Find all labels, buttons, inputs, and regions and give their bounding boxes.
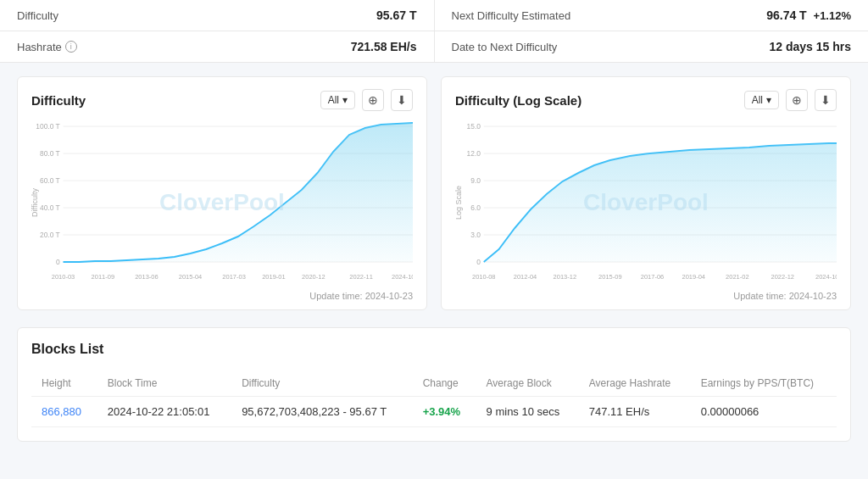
svg-text:6.0: 6.0: [470, 203, 481, 212]
blocks-list-title: Blocks List: [31, 342, 837, 357]
svg-text:9.0: 9.0: [470, 176, 481, 185]
svg-text:80.0 T: 80.0 T: [40, 149, 60, 158]
blocks-section: Blocks List Height Block Time Difficulty…: [17, 327, 851, 442]
log-scale-chart-title: Difficulty (Log Scale): [455, 93, 581, 108]
main-content: Difficulty All ▾ ⊕ ⬇ CloverPool: [0, 63, 868, 455]
cell-avg-hashrate: 747.11 EH/s: [579, 397, 691, 427]
difficulty-chart-card: Difficulty All ▾ ⊕ ⬇ CloverPool: [17, 76, 427, 310]
cell-avg-block: 9 mins 10 secs: [476, 397, 579, 427]
col-difficulty: Difficulty: [231, 370, 413, 397]
next-difficulty-date-label: Date to Next Difficulty: [452, 41, 558, 53]
difficulty-label: Difficulty: [17, 9, 58, 22]
next-difficulty-label: Next Difficulty Estimated: [452, 9, 571, 22]
svg-text:2017-03: 2017-03: [222, 273, 246, 281]
next-difficulty-value: 96.74 T +1.12%: [766, 8, 851, 22]
col-avg-hashrate: Average Hashrate: [579, 370, 691, 397]
col-earnings: Earnings by PPS/T(BTC): [691, 370, 837, 397]
cell-change: +3.94%: [413, 397, 476, 427]
difficulty-chart-area: CloverPool 100.: [31, 118, 413, 287]
svg-text:2020-12: 2020-12: [302, 273, 326, 281]
svg-text:40.0 T: 40.0 T: [40, 203, 60, 212]
svg-text:2022-12: 2022-12: [771, 273, 794, 281]
difficulty-download-btn[interactable]: ⬇: [391, 89, 413, 111]
next-difficulty-stat: Next Difficulty Estimated 96.74 T +1.12%: [435, 0, 869, 31]
stats-row-2: Hashrate i 721.58 EH/s Date to Next Diff…: [0, 31, 868, 63]
svg-text:Log Scale: Log Scale: [455, 186, 463, 220]
svg-text:2021-02: 2021-02: [726, 273, 749, 281]
cell-earnings: 0.00000066: [691, 397, 837, 427]
svg-text:20.0 T: 20.0 T: [40, 231, 60, 239]
table-row: 866,880 2024-10-22 21:05:01 95,672,703,4…: [31, 397, 837, 427]
difficulty-zoom-btn[interactable]: ⊕: [362, 89, 384, 111]
log-chevron-down-icon: ▾: [766, 94, 771, 106]
cell-difficulty: 95,672,703,408,223 - 95.67 T: [231, 397, 413, 427]
col-change: Change: [413, 370, 476, 397]
top-stats-container: Difficulty 95.67 T Next Difficulty Estim…: [0, 0, 868, 63]
difficulty-update-time: Update time: 2024-10-23: [31, 291, 413, 301]
blocks-table-body: 866,880 2024-10-22 21:05:01 95,672,703,4…: [31, 397, 837, 427]
svg-text:0: 0: [476, 258, 481, 266]
cell-block-time: 2024-10-22 21:05:01: [97, 397, 231, 427]
hashrate-info-icon[interactable]: i: [65, 41, 77, 53]
col-height: Height: [31, 370, 97, 397]
blocks-table: Height Block Time Difficulty Change Aver…: [31, 370, 837, 427]
svg-text:2015-09: 2015-09: [598, 273, 622, 281]
stats-row-1: Difficulty 95.67 T Next Difficulty Estim…: [0, 0, 868, 31]
svg-text:2013-12: 2013-12: [554, 273, 577, 281]
difficulty-chart-title: Difficulty: [31, 93, 86, 108]
log-scale-chart-area: CloverPool 15.0: [455, 118, 837, 287]
svg-text:2019-01: 2019-01: [262, 273, 286, 281]
svg-text:2010-08: 2010-08: [472, 273, 496, 281]
svg-text:3.0: 3.0: [470, 231, 481, 239]
difficulty-period-select[interactable]: All ▾: [320, 91, 355, 109]
svg-text:60.0 T: 60.0 T: [40, 176, 60, 185]
difficulty-chart-header: Difficulty All ▾ ⊕ ⬇: [31, 89, 413, 111]
svg-text:2024-10: 2024-10: [392, 273, 413, 281]
svg-text:100.0 T: 100.0 T: [36, 122, 60, 131]
log-download-btn[interactable]: ⬇: [815, 89, 837, 111]
log-period-select[interactable]: All ▾: [744, 91, 779, 109]
svg-text:15.0: 15.0: [467, 122, 481, 131]
svg-text:2015-04: 2015-04: [179, 273, 203, 281]
difficulty-chart-controls: All ▾ ⊕ ⬇: [320, 89, 413, 111]
hashrate-stat: Hashrate i 721.58 EH/s: [0, 31, 435, 62]
log-scale-chart-header: Difficulty (Log Scale) All ▾ ⊕ ⬇: [455, 89, 837, 111]
svg-text:2011-09: 2011-09: [92, 273, 115, 281]
svg-text:2024-10: 2024-10: [815, 273, 837, 281]
difficulty-stat: Difficulty 95.67 T: [0, 0, 435, 31]
hashrate-value: 721.58 EH/s: [351, 40, 417, 53]
svg-text:2012-04: 2012-04: [514, 273, 537, 281]
log-zoom-btn[interactable]: ⊕: [786, 89, 808, 111]
svg-text:Difficulty: Difficulty: [31, 187, 39, 216]
svg-text:12.0: 12.0: [467, 149, 481, 158]
svg-text:2017-06: 2017-06: [641, 273, 665, 281]
svg-text:2019-04: 2019-04: [682, 273, 705, 281]
blocks-table-head: Height Block Time Difficulty Change Aver…: [31, 370, 837, 397]
blocks-table-header-row: Height Block Time Difficulty Change Aver…: [31, 370, 837, 397]
svg-text:2022-11: 2022-11: [349, 273, 373, 281]
hashrate-label: Hashrate i: [17, 41, 77, 53]
difficulty-chart-svg: 100.0 T 80.0 T 60.0 T 40.0 T 20.0 T 0 Di…: [31, 118, 413, 287]
svg-text:2010-03: 2010-03: [52, 273, 75, 281]
log-scale-chart-svg: 15.0 12.0 9.0 6.0 3.0 0 Log Scale 2010-0…: [455, 118, 837, 287]
col-block-time: Block Time: [97, 370, 231, 397]
log-scale-chart-controls: All ▾ ⊕ ⬇: [744, 89, 837, 111]
svg-text:2013-06: 2013-06: [135, 273, 159, 281]
charts-row: Difficulty All ▾ ⊕ ⬇ CloverPool: [17, 76, 851, 310]
cell-height[interactable]: 866,880: [31, 397, 97, 427]
col-avg-block: Average Block: [476, 370, 579, 397]
log-scale-update-time: Update time: 2024-10-23: [455, 291, 837, 301]
chevron-down-icon: ▾: [342, 94, 348, 106]
log-scale-chart-card: Difficulty (Log Scale) All ▾ ⊕ ⬇ CloverP…: [441, 76, 851, 310]
svg-text:0: 0: [56, 258, 60, 266]
difficulty-value: 95.67 T: [376, 8, 416, 22]
next-difficulty-date-stat: Date to Next Difficulty 12 days 15 hrs: [435, 31, 869, 62]
next-difficulty-date-value: 12 days 15 hrs: [769, 40, 851, 53]
